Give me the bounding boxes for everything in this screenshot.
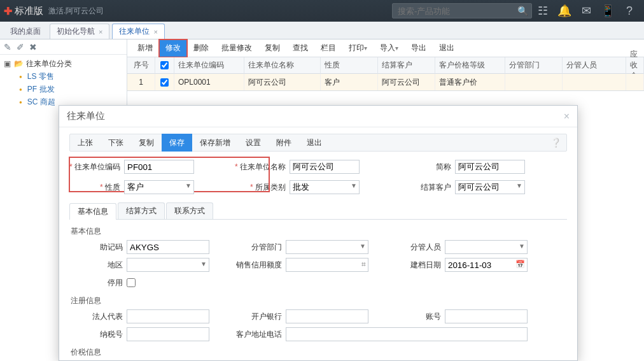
- sidebar-toolbar: ✎ ✐ ✖: [0, 39, 127, 55]
- next-button[interactable]: 下张: [101, 134, 131, 152]
- delete-button[interactable]: 删除: [187, 39, 215, 57]
- disable-checkbox[interactable]: [127, 278, 136, 287]
- columns-button[interactable]: 栏目: [314, 39, 342, 57]
- attach-button[interactable]: 附件: [269, 134, 299, 152]
- tree-root[interactable]: ▣ 📂 往来单位分类: [3, 57, 124, 70]
- prev-button[interactable]: 上张: [70, 134, 101, 152]
- tree-item-label: SC 商超: [27, 97, 55, 108]
- dept-label: 分管部门: [228, 242, 286, 253]
- close-icon[interactable]: ×: [564, 111, 570, 122]
- col-nature[interactable]: 性质: [321, 57, 378, 74]
- tab-init[interactable]: 初始化导航×: [50, 24, 109, 39]
- cell-level: 普通客户价: [435, 74, 505, 90]
- category-tree: ▣ 📂 往来单位分类 ●LS 零售 ●PF 批发 ●SC 商超: [0, 55, 127, 111]
- search-input[interactable]: [392, 3, 532, 18]
- import-button[interactable]: 导入: [374, 39, 405, 57]
- delete-category-icon[interactable]: ✖: [29, 42, 37, 52]
- checkall[interactable]: [160, 61, 169, 69]
- find-button[interactable]: 查找: [286, 39, 314, 57]
- close-icon[interactable]: ×: [153, 28, 157, 36]
- col-settle[interactable]: 结算客户: [378, 57, 435, 74]
- calculator-icon[interactable]: ⌗: [361, 260, 366, 269]
- col-level[interactable]: 客户价格等级: [435, 57, 505, 74]
- addr-input[interactable]: [286, 327, 528, 341]
- grid-header: 序号 往来单位编码 往来单位名称 性质 结算客户 客户价格等级 分管部门 分管人…: [127, 57, 644, 74]
- settle-customer-label: 结算客户: [400, 182, 455, 193]
- short-label: 简称: [400, 162, 455, 173]
- new-button[interactable]: 新增: [131, 39, 159, 57]
- legal-input[interactable]: [127, 309, 209, 323]
- region-select[interactable]: [127, 258, 209, 272]
- col-code[interactable]: 往来单位编码: [174, 57, 244, 74]
- exit-button[interactable]: 退出: [299, 134, 330, 152]
- calendar-icon[interactable]: ☷: [532, 4, 554, 18]
- col-person[interactable]: 分管人员: [563, 57, 626, 74]
- cell-dept: [505, 74, 563, 90]
- subtab-settle[interactable]: 结算方式: [118, 202, 165, 219]
- subtab-contact[interactable]: 联系方式: [166, 202, 213, 219]
- help-icon[interactable]: ?: [619, 4, 640, 18]
- mobile-icon[interactable]: 📱: [597, 4, 619, 18]
- dialog-title: 往来单位: [67, 110, 105, 122]
- exit-button[interactable]: 退出: [433, 39, 461, 57]
- tree-item-label: LS 零售: [27, 71, 54, 82]
- export-button[interactable]: 导出: [405, 39, 433, 57]
- topbar: ✚ 标准版 激活.阿可云公司 🔍 ☷ 🔔 ✉ 📱 ?: [0, 0, 644, 22]
- col-idx[interactable]: 序号: [127, 57, 155, 74]
- dialog-titlebar: 往来单位 ×: [59, 106, 577, 127]
- global-search[interactable]: 🔍: [392, 3, 532, 18]
- cell-check[interactable]: [155, 74, 174, 90]
- tab-desktop[interactable]: 我的桌面: [4, 24, 47, 39]
- dept-select[interactable]: [286, 240, 368, 254]
- mnemonic-input[interactable]: [127, 240, 209, 254]
- chevron-down-icon: ▼: [519, 243, 525, 250]
- dialog-subtabs: 基本信息 结算方式 联系方式: [69, 202, 567, 220]
- bell-icon[interactable]: 🔔: [554, 4, 575, 18]
- person-select[interactable]: [445, 240, 528, 254]
- tree-item-pf[interactable]: ●PF 批发: [19, 83, 124, 96]
- calendar-icon[interactable]: 📅: [515, 260, 525, 269]
- help-icon[interactable]: ❔: [550, 138, 561, 148]
- createdate-label: 建档日期: [388, 260, 445, 271]
- bank-input[interactable]: [286, 309, 368, 323]
- save-button[interactable]: 保存: [162, 134, 192, 152]
- collapse-icon[interactable]: ▣: [3, 59, 11, 68]
- category-select[interactable]: [290, 180, 360, 194]
- org-label: 激活.阿可云公司: [48, 6, 104, 17]
- acct-input[interactable]: [445, 309, 528, 323]
- folder-icon: 📂: [14, 59, 24, 68]
- close-icon[interactable]: ×: [99, 28, 102, 36]
- settings-button[interactable]: 设置: [238, 134, 269, 152]
- copy-button[interactable]: 复制: [258, 39, 286, 57]
- save-new-button[interactable]: 保存新增: [192, 134, 238, 152]
- tabstrip: 我的桌面 初始化导航× 往来单位×: [0, 22, 644, 39]
- credit-input[interactable]: [286, 258, 368, 272]
- mail-icon[interactable]: ✉: [575, 4, 597, 18]
- tax-input[interactable]: [127, 327, 209, 341]
- add-category-icon[interactable]: ✎: [4, 42, 11, 52]
- list-toolbar: 新增 修改 删除 批量修改 复制 查找 栏目 打印 导入 导出 退出: [127, 39, 644, 57]
- row-check[interactable]: [160, 78, 169, 87]
- basic-header: 基本信息: [71, 226, 567, 237]
- edition-label: 标准版: [15, 5, 43, 17]
- col-receivable[interactable]: 应收余: [626, 57, 644, 74]
- table-row[interactable]: 1 OPL0001 阿可云公司 客户 阿可云公司 普通客户价: [127, 74, 644, 90]
- print-button[interactable]: 打印: [342, 39, 374, 57]
- edit-category-icon[interactable]: ✐: [17, 42, 24, 52]
- tree-item-ls[interactable]: ●LS 零售: [19, 70, 124, 83]
- cell-receivable: [626, 74, 644, 90]
- subtab-basic[interactable]: 基本信息: [69, 203, 116, 220]
- tab-current[interactable]: 往来单位×: [112, 24, 164, 39]
- col-checkall[interactable]: [155, 57, 174, 74]
- short-input[interactable]: [455, 160, 525, 174]
- nature-select[interactable]: [124, 180, 194, 194]
- settle-customer-select[interactable]: [455, 180, 525, 194]
- name-input[interactable]: [290, 160, 360, 174]
- tree-item-label: PF 批发: [27, 84, 55, 95]
- edit-button[interactable]: 修改: [159, 39, 187, 57]
- col-name[interactable]: 往来单位名称: [244, 57, 321, 74]
- col-dept[interactable]: 分管部门: [505, 57, 563, 74]
- tree-root-label: 往来单位分类: [26, 59, 72, 69]
- batch-edit-button[interactable]: 批量修改: [215, 39, 258, 57]
- copy-button[interactable]: 复制: [131, 134, 162, 152]
